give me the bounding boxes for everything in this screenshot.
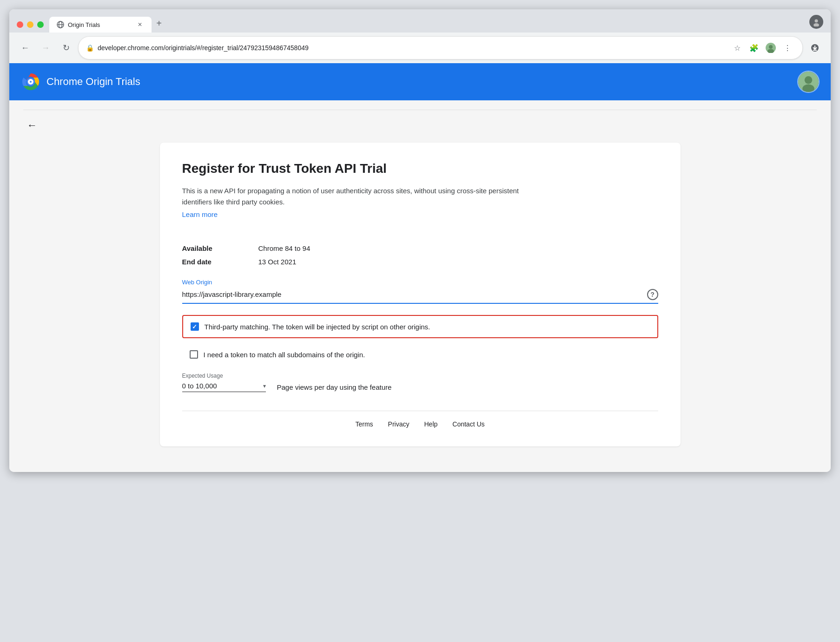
minimize-window-button[interactable] bbox=[27, 21, 33, 28]
window-controls bbox=[17, 21, 44, 28]
subdomain-checkbox[interactable] bbox=[190, 350, 198, 359]
svg-point-4 bbox=[815, 20, 818, 23]
download-icon bbox=[811, 44, 819, 52]
form-card: Register for Trust Token API Trial This … bbox=[160, 143, 681, 446]
profile-icon bbox=[812, 17, 821, 26]
dropdown-arrow-icon: ▾ bbox=[263, 383, 266, 389]
expected-usage-section: Expected Usage 0 to 10,000 10,000 to 100… bbox=[182, 373, 658, 392]
privacy-link[interactable]: Privacy bbox=[388, 420, 410, 428]
subdomain-checkbox-item[interactable]: I need a token to match all subdomains o… bbox=[182, 344, 658, 365]
forward-nav-button[interactable]: → bbox=[37, 39, 54, 56]
web-origin-field-row: ? bbox=[182, 288, 658, 304]
user-avatar-icon bbox=[766, 43, 776, 53]
nav-bar: ← → ↻ 🔒 developer.chrome.com/origintrial… bbox=[9, 33, 831, 63]
third-party-checkbox-item[interactable]: ✓ Third-party matching. The token will b… bbox=[182, 315, 658, 338]
tab-title: Origin Trials bbox=[68, 21, 132, 28]
usage-row: 0 to 10,000 10,000 to 100,000 100,000 to… bbox=[182, 382, 658, 392]
back-nav-button[interactable]: ← bbox=[17, 39, 33, 56]
bookmark-button[interactable]: ☆ bbox=[730, 40, 745, 55]
top-divider bbox=[23, 110, 817, 110]
active-tab[interactable]: Origin Trials ✕ bbox=[49, 17, 152, 33]
header-logo-area: Chrome Origin Trials bbox=[20, 72, 140, 92]
third-party-label: Third-party matching. The token will be … bbox=[205, 323, 430, 331]
lock-icon: 🔒 bbox=[86, 44, 94, 52]
contact-link[interactable]: Contact Us bbox=[452, 420, 484, 428]
usage-select-wrapper: 0 to 10,000 10,000 to 100,000 100,000 to… bbox=[182, 382, 266, 392]
end-date-value: 13 Oct 2021 bbox=[258, 258, 658, 266]
user-avatar-button[interactable] bbox=[763, 40, 778, 55]
tab-right-area bbox=[809, 15, 823, 29]
usage-description: Page views per day using the feature bbox=[277, 383, 392, 391]
browser-window: Origin Trials ✕ + ← → ↻ 🔒 developer.chro bbox=[9, 9, 831, 472]
page-content-wrapper: ← Register for Trust Token API Trial Thi… bbox=[9, 100, 831, 472]
expected-usage-label: Expected Usage bbox=[182, 373, 658, 379]
url-text: developer.chrome.com/origintrials/#/regi… bbox=[98, 44, 726, 52]
title-bar: Origin Trials ✕ + bbox=[9, 9, 831, 33]
checkbox-group: ✓ Third-party matching. The token will b… bbox=[182, 315, 658, 365]
svg-point-7 bbox=[769, 45, 773, 49]
extensions-button[interactable]: 🧩 bbox=[747, 40, 761, 55]
new-tab-button[interactable]: + bbox=[152, 16, 166, 31]
info-grid: Available Chrome 84 to 94 End date 13 Oc… bbox=[182, 244, 658, 266]
third-party-checkbox[interactable]: ✓ bbox=[191, 322, 199, 331]
usage-select[interactable]: 0 to 10,000 10,000 to 100,000 100,000 to… bbox=[182, 382, 261, 390]
header-title: Chrome Origin Trials bbox=[46, 76, 140, 88]
back-button[interactable]: ← bbox=[23, 118, 41, 133]
address-actions: ☆ 🧩 ⋮ bbox=[730, 40, 795, 55]
svg-point-14 bbox=[30, 81, 32, 83]
help-icon[interactable]: ? bbox=[647, 289, 658, 300]
globe-icon bbox=[57, 21, 64, 28]
address-bar[interactable]: 🔒 developer.chrome.com/origintrials/#/re… bbox=[78, 36, 803, 59]
more-options-button[interactable]: ⋮ bbox=[780, 40, 795, 55]
download-button[interactable] bbox=[807, 39, 823, 56]
help-link[interactable]: Help bbox=[424, 420, 437, 428]
chrome-logo-icon bbox=[20, 72, 41, 92]
reload-button[interactable]: ↻ bbox=[58, 39, 74, 56]
web-origin-field-group: Web Origin ? bbox=[182, 279, 658, 304]
available-value: Chrome 84 to 94 bbox=[258, 244, 658, 252]
end-date-label: End date bbox=[182, 258, 247, 266]
profile-button[interactable] bbox=[809, 15, 823, 29]
maximize-window-button[interactable] bbox=[37, 21, 44, 28]
user-avatar[interactable] bbox=[797, 71, 820, 93]
available-label: Available bbox=[182, 244, 247, 252]
form-description: This is a new API for propagating a noti… bbox=[182, 185, 536, 208]
web-origin-label: Web Origin bbox=[182, 279, 658, 286]
svg-point-17 bbox=[802, 85, 814, 93]
page-header: Chrome Origin Trials bbox=[9, 63, 831, 100]
subdomain-label: I need a token to match all subdomains o… bbox=[204, 351, 365, 359]
avatar-image bbox=[798, 72, 819, 92]
learn-more-link[interactable]: Learn more bbox=[182, 210, 218, 218]
web-origin-input[interactable] bbox=[182, 288, 642, 300]
check-icon: ✓ bbox=[192, 323, 197, 330]
avatar-icon bbox=[798, 71, 819, 93]
form-title: Register for Trust Token API Trial bbox=[182, 161, 658, 176]
page-footer: Terms Privacy Help Contact Us bbox=[182, 411, 658, 428]
terms-link[interactable]: Terms bbox=[355, 420, 373, 428]
svg-point-16 bbox=[805, 76, 813, 84]
tab-bar: Origin Trials ✕ + bbox=[49, 15, 823, 33]
close-window-button[interactable] bbox=[17, 21, 23, 28]
tab-close-button[interactable]: ✕ bbox=[136, 20, 144, 29]
